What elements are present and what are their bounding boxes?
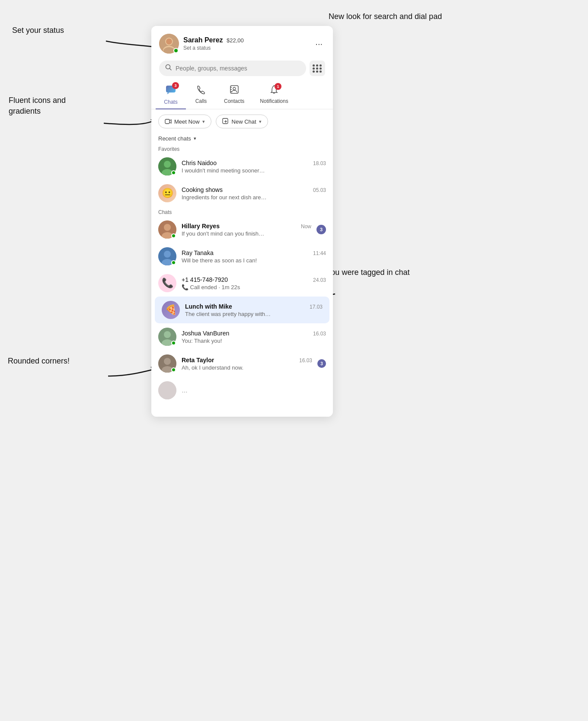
tab-calls-label: Calls: [195, 98, 207, 104]
unread-badge: 3: [316, 225, 326, 234]
chat-content: Cooking shows 05.03 Ingredients for our …: [182, 186, 326, 201]
svg-point-30: [164, 358, 171, 365]
chat-time: 18.03: [313, 160, 326, 166]
chat-name: Joshua VanBuren: [182, 330, 229, 337]
list-item[interactable]: Chris Naidoo 18.03 I wouldn't mind meeti…: [151, 153, 333, 180]
chat-top: +1 415-748-7920 24.03: [182, 276, 326, 283]
chat-name: …: [182, 387, 188, 394]
search-icon: [165, 64, 172, 73]
contacts-icon: [230, 85, 239, 97]
chat-time: 05.03: [313, 187, 326, 193]
new-chat-icon: [222, 118, 229, 125]
chats-icon: 3: [165, 84, 176, 98]
new-chat-label: New Chat: [232, 118, 256, 125]
chat-name: +1 415-748-7920: [182, 276, 228, 283]
chat-top: Hillary Reyes Now: [182, 223, 311, 230]
recent-chats-label: Recent chats: [158, 135, 191, 142]
chat-time: 17.03: [310, 304, 323, 310]
list-item[interactable]: Hillary Reyes Now If you don't mind can …: [151, 216, 333, 243]
chat-avatar: [158, 247, 176, 265]
chat-preview: 📞 Call ended · 1m 22s: [182, 284, 326, 290]
avatar-lunch: 🍕: [162, 301, 180, 319]
chat-preview: Ingredients for our next dish are…: [182, 194, 326, 201]
dial-icon: [313, 64, 322, 73]
chat-top: Lunch with Mike 17.03: [185, 303, 323, 310]
annotation-fluent: Fluent icons andgradients: [9, 95, 66, 117]
annotation-set-status: Set your status: [12, 26, 64, 35]
dial-pad-button[interactable]: [310, 61, 325, 76]
avatar-unknown: [158, 381, 176, 399]
online-indicator: [171, 367, 176, 372]
tab-notifications[interactable]: 1 Notifications: [252, 81, 296, 108]
chat-content: Hillary Reyes Now If you don't mind can …: [182, 223, 311, 237]
chat-preview: If you don't mind can you finish…: [182, 230, 311, 237]
chat-time: Now: [301, 223, 311, 230]
chat-preview: Ah, ok I understand now.: [182, 364, 312, 371]
chat-content: Joshua VanBuren 16.03 You: Thank you!: [182, 330, 326, 344]
chat-avatar: [158, 220, 176, 239]
recent-chats-chevron: ▾: [194, 136, 196, 141]
svg-point-32: [158, 381, 176, 399]
list-item[interactable]: Joshua VanBuren 16.03 You: Thank you!: [151, 323, 333, 350]
list-item[interactable]: Reta Taylor 16.03 Ah, ok I understand no…: [151, 350, 333, 377]
meet-now-button[interactable]: Meet Now ▾: [158, 115, 211, 128]
search-input[interactable]: [176, 65, 300, 72]
chat-content: Ray Tanaka 11:44 Will be there as soon a…: [182, 249, 326, 264]
chat-name: Hillary Reyes: [182, 223, 220, 230]
avatar-phone: 📞: [158, 274, 176, 292]
chat-avatar: [158, 328, 176, 346]
nav-tabs: 3 Chats Calls: [151, 80, 333, 109]
chat-content: Chris Naidoo 18.03 I wouldn't mind meeti…: [182, 160, 326, 174]
search-input-wrap: [159, 61, 306, 76]
chat-avatar: [158, 157, 176, 175]
tab-chats[interactable]: 3 Chats: [156, 80, 186, 109]
list-item[interactable]: 😐 Cooking shows 05.03 Ingredients for ou…: [151, 180, 333, 207]
chat-badge-wrap: 3: [317, 359, 326, 368]
meet-now-chevron: ▾: [202, 119, 205, 124]
chat-name: Chris Naidoo: [182, 160, 217, 166]
annotation-rounded: Rounded corners!: [8, 357, 70, 366]
chat-avatar: [158, 381, 176, 399]
list-item[interactable]: 📞 +1 415-748-7920 24.03 📞 Call ended · 1…: [151, 270, 333, 297]
user-name-row: Sarah Perez $22,00: [183, 36, 244, 44]
chat-name: Cooking shows: [182, 186, 223, 193]
chat-content: +1 415-748-7920 24.03 📞 Call ended · 1m …: [182, 276, 326, 290]
calls-icon: [196, 85, 206, 97]
chat-name: Reta Taylor: [182, 357, 214, 364]
chat-top: Joshua VanBuren 16.03: [182, 330, 326, 337]
chat-preview: The client was pretty happy with…: [185, 311, 323, 317]
svg-rect-13: [165, 119, 169, 124]
list-item[interactable]: …: [151, 377, 333, 404]
online-indicator: [171, 341, 176, 345]
chat-avatar: 🍕: [162, 301, 180, 319]
recent-chats-toggle[interactable]: Recent chats ▾: [151, 133, 333, 144]
chat-content: Lunch with Mike 17.03 The client was pre…: [185, 303, 323, 317]
panel-fade: [151, 404, 333, 417]
tab-calls[interactable]: Calls: [186, 81, 216, 108]
new-chat-button[interactable]: New Chat ▾: [216, 115, 268, 128]
tab-contacts[interactable]: Contacts: [216, 81, 252, 108]
chat-avatar: 😐: [158, 184, 176, 202]
action-buttons: Meet Now ▾ New Chat ▾: [151, 109, 333, 133]
chats-section-label: Chats: [151, 207, 333, 216]
tab-notifications-label: Notifications: [260, 98, 288, 104]
chat-top: Ray Tanaka 11:44: [182, 249, 326, 256]
online-indicator: [171, 170, 176, 175]
user-status-dot: [173, 48, 179, 53]
chat-top: Reta Taylor 16.03: [182, 357, 312, 364]
more-options-button[interactable]: ···: [313, 36, 325, 51]
unread-badge: 3: [317, 359, 326, 368]
list-item[interactable]: 🍕 Lunch with Mike 17.03 The client was p…: [155, 297, 329, 323]
chat-preview: I wouldn't mind meeting sooner…: [182, 167, 326, 174]
list-item[interactable]: Ray Tanaka 11:44 Will be there as soon a…: [151, 243, 333, 270]
favorites-section-label: Favorites: [151, 144, 333, 153]
chat-preview: Will be there as soon as I can!: [182, 257, 326, 264]
new-chat-chevron: ▾: [259, 119, 262, 124]
chat-top: Chris Naidoo 18.03: [182, 160, 326, 166]
chats-badge: 3: [172, 82, 179, 89]
chat-content: Reta Taylor 16.03 Ah, ok I understand no…: [182, 357, 312, 371]
svg-rect-14: [223, 118, 228, 124]
annotation-search-dial: New look for search and dial pad: [329, 12, 442, 21]
avatar-wrap[interactable]: [159, 34, 179, 54]
notifications-badge: 1: [275, 83, 281, 90]
